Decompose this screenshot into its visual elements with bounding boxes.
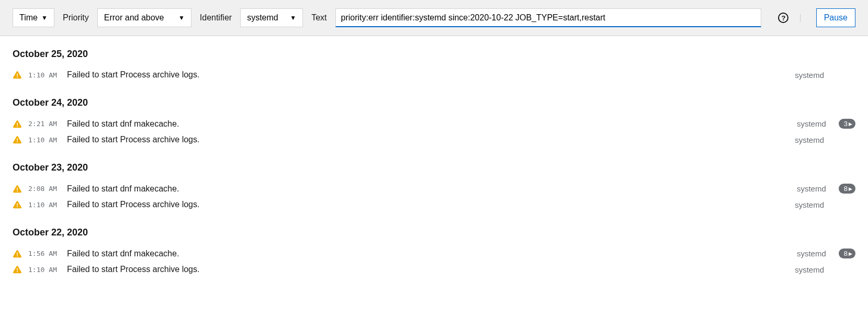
date-group: October 22, 20201:56 AMFailed to start d… [13, 227, 855, 277]
caret-down-icon: ▼ [290, 14, 296, 21]
text-label: Text [311, 13, 326, 22]
log-time: 2:21 AM [28, 120, 61, 128]
log-message: Failed to start Process archive logs. [67, 200, 788, 209]
count-badge[interactable]: 8▶ [839, 249, 855, 258]
log-entry[interactable]: 1:10 AMFailed to start Process archive l… [13, 197, 855, 212]
log-identifier: systemd [797, 119, 826, 128]
warning-icon [13, 249, 22, 258]
count-badge[interactable]: 3▶ [839, 119, 855, 129]
log-identifier: systemd [795, 136, 824, 144]
log-entry[interactable]: 1:10 AMFailed to start Process archive l… [13, 262, 855, 277]
caret-down-icon: ▼ [178, 14, 185, 21]
date-header: October 25, 2020 [13, 49, 855, 60]
identifier-dropdown[interactable]: systemd ▼ [240, 8, 303, 27]
log-time: 1:10 AM [28, 201, 61, 209]
warning-icon [13, 135, 22, 144]
chevron-right-icon: ▶ [849, 186, 852, 191]
log-time: 1:10 AM [28, 136, 61, 144]
warning-icon [13, 119, 22, 129]
log-time: 1:10 AM [28, 266, 61, 274]
log-message: Failed to start Process archive logs. [67, 70, 788, 80]
date-group: October 24, 20202:21 AMFailed to start d… [13, 97, 855, 148]
log-time: 2:08 AM [28, 185, 61, 193]
chevron-right-icon: ▶ [849, 121, 852, 127]
warning-icon [13, 184, 22, 194]
log-time: 1:10 AM [28, 71, 61, 79]
help-icon[interactable]: ? [778, 13, 788, 23]
count-badge[interactable]: 8▶ [839, 184, 855, 194]
log-message: Failed to start Process archive logs. [67, 135, 788, 144]
date-header: October 22, 2020 [13, 227, 855, 238]
log-message: Failed to start dnf makecache. [67, 249, 791, 258]
log-identifier: systemd [797, 249, 826, 258]
warning-icon [13, 70, 22, 80]
date-group: October 23, 20202:08 AMFailed to start d… [13, 162, 855, 212]
identifier-label: Identifier [200, 13, 232, 22]
toolbar-divider: | [799, 13, 801, 22]
log-entry[interactable]: 1:56 AMFailed to start dnf makecache.sys… [13, 245, 855, 262]
log-identifier: systemd [795, 200, 824, 209]
log-time: 1:56 AM [28, 250, 61, 257]
date-header: October 23, 2020 [13, 162, 855, 173]
count-badge-value: 8 [844, 250, 848, 257]
log-identifier: systemd [795, 265, 824, 274]
priority-dropdown-value: Error and above [104, 13, 164, 22]
log-message: Failed to start Process archive logs. [67, 265, 788, 274]
time-dropdown-label: Time [19, 13, 38, 22]
log-message: Failed to start dnf makecache. [67, 184, 791, 194]
caret-down-icon: ▼ [41, 14, 48, 21]
date-header: October 24, 2020 [13, 97, 855, 108]
count-badge-value: 3 [844, 120, 848, 128]
log-entry[interactable]: 1:10 AMFailed to start Process archive l… [13, 132, 855, 148]
log-identifier: systemd [797, 184, 826, 193]
log-entry[interactable]: 1:10 AMFailed to start Process archive l… [13, 67, 855, 83]
date-group: October 25, 20201:10 AMFailed to start P… [13, 49, 855, 83]
warning-icon [13, 200, 22, 209]
pause-button[interactable]: Pause [816, 8, 855, 27]
time-dropdown[interactable]: Time ▼ [13, 8, 54, 27]
logs-container: October 25, 20201:10 AMFailed to start P… [0, 36, 868, 304]
identifier-dropdown-value: systemd [247, 13, 278, 22]
filter-toolbar: Time ▼ Priority Error and above ▼ Identi… [0, 0, 868, 36]
chevron-right-icon: ▶ [849, 251, 852, 256]
log-entry[interactable]: 2:08 AMFailed to start dnf makecache.sys… [13, 180, 855, 197]
priority-label: Priority [63, 13, 89, 22]
log-message: Failed to start dnf makecache. [67, 119, 791, 129]
search-text-input[interactable] [335, 8, 762, 27]
log-entry[interactable]: 2:21 AMFailed to start dnf makecache.sys… [13, 116, 855, 132]
priority-dropdown[interactable]: Error and above ▼ [97, 8, 191, 27]
log-identifier: systemd [795, 71, 824, 80]
warning-icon [13, 265, 22, 274]
count-badge-value: 8 [844, 185, 848, 193]
